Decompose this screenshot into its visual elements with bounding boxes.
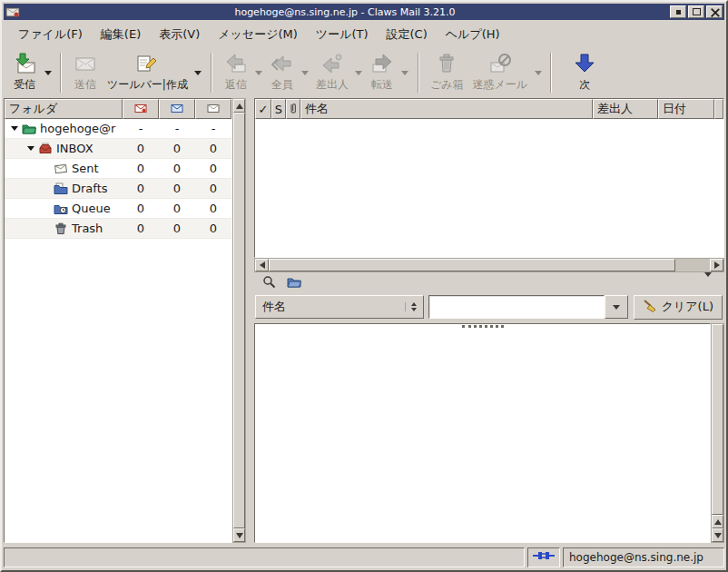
folder-new-count: - bbox=[123, 122, 159, 135]
toolbar-separator bbox=[211, 53, 212, 93]
network-status-button[interactable] bbox=[527, 547, 560, 567]
folder-total-count: 0 bbox=[195, 142, 231, 155]
folder-row-account[interactable]: hogehoge@r - - - bbox=[5, 119, 231, 139]
menu-edit[interactable]: 編集(E) bbox=[92, 23, 150, 46]
maximize-button[interactable] bbox=[688, 5, 704, 18]
folder-unread-count: 0 bbox=[159, 202, 195, 215]
quicksearch-row: 件名 クリア(L) bbox=[254, 294, 724, 323]
expander-icon[interactable] bbox=[27, 146, 34, 151]
menu-config[interactable]: 設定(C) bbox=[378, 23, 437, 46]
titlebar[interactable]: hogehoge@ns.sing.ne.jp - Claws Mail 3.21… bbox=[4, 4, 724, 20]
col-date-header[interactable]: 日付 bbox=[658, 99, 714, 119]
folder-total-count: 0 bbox=[195, 182, 231, 195]
scroll-down-button[interactable] bbox=[712, 528, 723, 542]
new-count-icon bbox=[134, 103, 147, 116]
col-status-header[interactable]: S bbox=[271, 99, 286, 119]
message-list-hscrollbar[interactable] bbox=[254, 258, 724, 272]
col-attachment-header[interactable] bbox=[286, 99, 300, 119]
menu-help[interactable]: ヘルプ(H) bbox=[437, 23, 509, 46]
col-mark-header[interactable]: ✓ bbox=[255, 99, 271, 119]
reply-dropdown-arrow[interactable] bbox=[253, 50, 265, 95]
folder-unread-count: 0 bbox=[159, 222, 195, 235]
message-list[interactable] bbox=[255, 119, 723, 257]
folder-total-count: 0 bbox=[195, 222, 231, 235]
clear-search-button[interactable]: クリア(L) bbox=[634, 295, 723, 320]
main-area: フォルダ bbox=[4, 98, 724, 543]
minimize-button[interactable] bbox=[670, 5, 686, 18]
receive-button[interactable]: 受信 bbox=[7, 50, 42, 95]
reply-button[interactable]: 返信 bbox=[219, 50, 253, 95]
menu-file[interactable]: ファイル(F) bbox=[9, 23, 92, 46]
send-button[interactable]: 送信 bbox=[68, 50, 103, 95]
scrollbar-thumb[interactable] bbox=[233, 113, 245, 528]
col-spacer-header bbox=[714, 99, 723, 119]
message-view-scrollbar[interactable] bbox=[711, 323, 724, 543]
compose-dropdown-arrow[interactable] bbox=[192, 50, 204, 95]
forward-icon bbox=[370, 53, 394, 74]
folder-row-queue[interactable]: Queue 0 0 0 bbox=[5, 199, 231, 219]
scrollbar-trough[interactable] bbox=[675, 259, 710, 271]
scrollbar-thumb[interactable] bbox=[712, 324, 723, 515]
new-count-column-header[interactable] bbox=[123, 99, 159, 119]
app-icon[interactable] bbox=[5, 5, 20, 19]
menu-view[interactable]: 表示(V) bbox=[150, 23, 209, 46]
folder-new-count: 0 bbox=[123, 142, 159, 155]
quicksearch-collapse-arrow[interactable] bbox=[704, 277, 712, 291]
reply-all-dropdown-arrow[interactable] bbox=[300, 50, 311, 95]
search-entry[interactable] bbox=[428, 295, 605, 319]
reply-sender-button[interactable]: 差出人 bbox=[311, 50, 353, 95]
folder-tree: hogehoge@r - - - bbox=[5, 119, 231, 542]
quicksearch-folder-button[interactable] bbox=[283, 274, 305, 292]
unread-count-column-header[interactable] bbox=[159, 99, 195, 119]
account-folder-icon bbox=[22, 123, 36, 134]
menu-message[interactable]: メッセージ(M) bbox=[209, 23, 307, 46]
search-type-combo[interactable]: 件名 bbox=[255, 295, 424, 319]
search-history-button[interactable] bbox=[605, 295, 628, 319]
folder-row-drafts[interactable]: Drafts 0 0 0 bbox=[5, 179, 231, 199]
folder-pane-header: フォルダ bbox=[5, 99, 231, 119]
next-button[interactable]: 次 bbox=[567, 50, 602, 95]
expander-icon[interactable] bbox=[11, 126, 18, 131]
pane-splitter[interactable] bbox=[246, 98, 254, 543]
folder-row-trash[interactable]: Trash 0 0 0 bbox=[5, 219, 231, 239]
scrollbar-thumb[interactable] bbox=[269, 259, 675, 271]
receive-dropdown-arrow[interactable] bbox=[42, 50, 54, 95]
folder-new-count: 0 bbox=[123, 182, 159, 195]
folder-row-sent[interactable]: Sent 0 0 0 bbox=[5, 159, 231, 179]
folder-pane-scrollbar[interactable] bbox=[232, 98, 246, 543]
folder-column-header[interactable]: フォルダ bbox=[5, 99, 123, 119]
header-pane-grip[interactable] bbox=[462, 325, 504, 328]
search-folder-icon bbox=[287, 276, 301, 291]
col-subject-header[interactable]: 件名 bbox=[300, 99, 593, 119]
close-button[interactable] bbox=[706, 5, 723, 18]
claws-mail-window: hogehoge@ns.sing.ne.jp - Claws Mail 3.21… bbox=[0, 0, 728, 572]
folder-row-inbox[interactable]: INBOX 0 0 0 bbox=[5, 139, 231, 159]
folder-total-count: 0 bbox=[195, 162, 231, 175]
magnifier-icon bbox=[262, 275, 276, 291]
forward-button[interactable]: 転送 bbox=[365, 50, 399, 95]
trash-button[interactable]: ごみ箱 bbox=[426, 50, 468, 95]
reply-sender-dropdown-arrow[interactable] bbox=[353, 50, 365, 95]
receive-mail-icon bbox=[13, 53, 36, 74]
quicksearch-bar bbox=[254, 272, 724, 294]
quicksearch-magnifier-button[interactable] bbox=[258, 274, 280, 292]
unread-count-icon bbox=[171, 103, 183, 116]
col-from-header[interactable]: 差出人 bbox=[593, 99, 658, 119]
message-view[interactable] bbox=[254, 323, 711, 543]
folder-new-count: 0 bbox=[123, 222, 159, 235]
compose-button[interactable]: ツールバー|作成 bbox=[103, 50, 192, 95]
spam-button[interactable]: 迷惑メール bbox=[467, 50, 532, 95]
maximize-icon bbox=[693, 8, 701, 15]
reply-all-button[interactable]: 全員 bbox=[265, 50, 300, 95]
folder-total-count: - bbox=[195, 122, 231, 135]
forward-dropdown-arrow[interactable] bbox=[399, 50, 411, 95]
total-count-column-header[interactable] bbox=[195, 99, 231, 119]
scroll-down-button[interactable] bbox=[233, 528, 245, 542]
spam-dropdown-arrow[interactable] bbox=[532, 50, 544, 95]
folder-name: Queue bbox=[72, 202, 111, 215]
scroll-up-button[interactable] bbox=[712, 515, 723, 528]
menu-tools[interactable]: ツール(T) bbox=[307, 23, 378, 46]
scroll-left-button[interactable] bbox=[255, 259, 269, 271]
scroll-up-button[interactable] bbox=[233, 99, 245, 113]
scroll-right-button[interactable] bbox=[710, 259, 723, 271]
